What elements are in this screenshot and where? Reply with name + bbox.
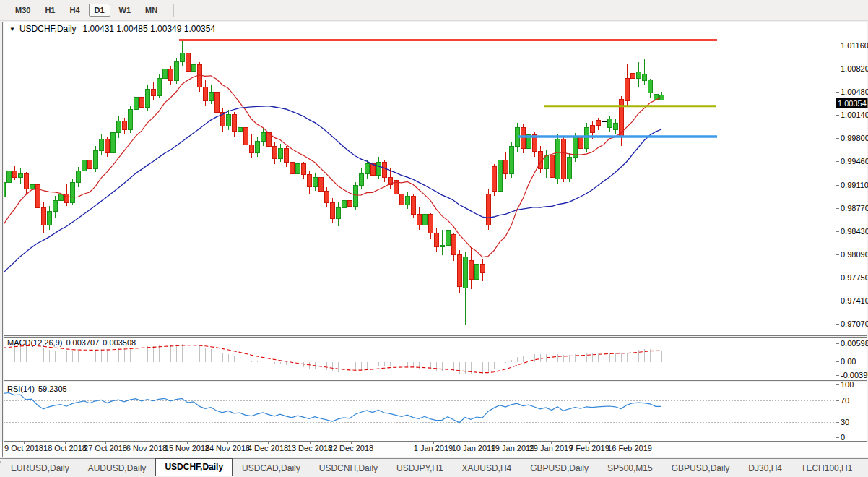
- axis-tick-label: 1.00820: [841, 64, 868, 73]
- axis-tick-label: 0.98430: [841, 227, 868, 236]
- chart-symbol-label: USDCHF,Daily: [19, 24, 77, 34]
- date-label: 10 Jan 2019: [452, 444, 496, 452]
- tab-audusd-daily[interactable]: AUDUSD,Daily: [79, 460, 156, 476]
- date-label: 27 Oct 2018: [84, 444, 127, 452]
- axis-tick-label: 0.005985: [841, 339, 868, 348]
- axis-tick-label: 70: [841, 396, 849, 405]
- date-axis: 9 Oct 201818 Oct 201827 Oct 20186 Nov 20…: [0, 443, 868, 457]
- tab-gbpusd-daily[interactable]: GBPUSD,Daily: [521, 460, 598, 476]
- axis-tick-label: 1.00140: [841, 111, 868, 119]
- axis-tick-label: 0.98770: [841, 204, 868, 212]
- axis-tick-label: 0.97750: [841, 273, 868, 282]
- date-label: 24 Nov 2018: [205, 444, 250, 452]
- date-label: 29 Jan 2019: [529, 444, 573, 452]
- chart-ohlc-values: 1.00431 1.00485 1.00349 1.00354: [83, 24, 216, 34]
- date-label: 9 Oct 2018: [4, 444, 43, 452]
- chart-title: ▼USDCHF,Daily1.00431 1.00485 1.00349 1.0…: [9, 24, 215, 34]
- current-price-badge: 1.00354: [836, 98, 868, 108]
- tab-eurusd-daily[interactable]: EURUSD,Daily: [1, 460, 79, 476]
- axis-tick-label: 0.00: [841, 357, 856, 366]
- rsi-indicator-label: RSI(14)59.2305: [7, 384, 71, 393]
- axis-tick-label: 30: [841, 418, 849, 426]
- tab-sp500-m15[interactable]: SP500,M15: [598, 460, 662, 476]
- axis-tick-label: 100: [841, 380, 854, 389]
- axis-tick-label: 1.01160: [841, 41, 868, 50]
- date-label: 18 Oct 2018: [43, 444, 87, 452]
- axis-tick-label: 0.97410: [841, 296, 868, 305]
- rsi-panel-bg[interactable]: [4, 382, 867, 441]
- tab-gbpusd-daily[interactable]: GBPUSD,Daily: [662, 460, 739, 476]
- date-label: 7 Feb 2019: [569, 444, 609, 452]
- macd-main-value: 0.003707: [66, 338, 99, 347]
- collapse-triangle-icon[interactable]: ▼: [9, 26, 15, 33]
- tab-usdcad-daily[interactable]: USDCAD,Daily: [233, 460, 310, 476]
- date-label: 13 Dec 2018: [287, 444, 332, 452]
- svg-text:1.00354: 1.00354: [838, 99, 867, 108]
- date-label: 22 Dec 2018: [329, 444, 373, 452]
- rsi-value: 59.2305: [38, 384, 67, 393]
- tab-usdjpy-h1[interactable]: USDJPY,H1: [387, 460, 452, 476]
- axis-tick-label: -0.003954: [841, 371, 868, 379]
- tab-tech100-h1[interactable]: TECH100,H1: [791, 460, 862, 476]
- main-panel-bg[interactable]: [4, 22, 867, 335]
- axis-tick-label: 0.99460: [841, 157, 868, 166]
- date-label: 15 Nov 2018: [165, 444, 209, 452]
- date-label: 6 Nov 2018: [126, 444, 167, 452]
- tab-usdcnh-daily[interactable]: USDCNH,Daily: [310, 460, 387, 476]
- axis-tick-label: 1.00480: [841, 87, 868, 96]
- tab-usdchf-daily[interactable]: USDCHF,Daily: [155, 458, 233, 476]
- axis-tick-label: 0.97070: [841, 319, 868, 328]
- date-label: 19 Jan 2019: [491, 444, 535, 452]
- symbol-tabbar: EURUSD,DailyAUDUSD,DailyUSDCHF,DailyUSDC…: [0, 458, 868, 477]
- rsi-name: RSI(14): [7, 384, 35, 393]
- macd-signal-value: 0.003508: [103, 338, 136, 347]
- axis-tick-label: 0.99800: [841, 134, 868, 142]
- macd-indicator-label: MACD(12,26,9)0.0037070.003508: [7, 338, 139, 347]
- tab-xauusd-h4[interactable]: XAUUSD,H4: [453, 460, 521, 476]
- chart-canvas[interactable]: 1.011601.008201.004801.001400.998000.994…: [0, 0, 868, 458]
- mt4-chart-screen: { "toolbar": { "timeframes": ["M30","H1"…: [0, 0, 868, 477]
- macd-name: MACD(12,26,9): [7, 338, 62, 347]
- date-label: 4 Dec 2018: [248, 444, 288, 452]
- date-label: 1 Jan 2019: [414, 444, 453, 452]
- date-label: 16 Feb 2019: [607, 444, 652, 452]
- axis-tick-label: 0.99110: [841, 181, 868, 189]
- tab-dj30-h4[interactable]: DJ30,H4: [739, 460, 791, 476]
- axis-tick-label: 0: [841, 433, 845, 442]
- axis-tick-label: 0.98090: [841, 250, 868, 259]
